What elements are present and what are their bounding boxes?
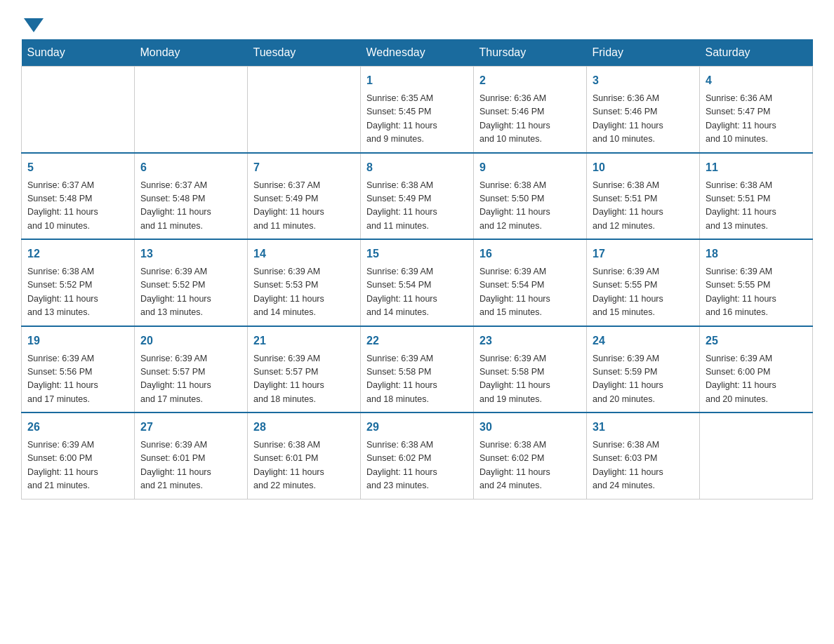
- day-info: Sunrise: 6:36 AMSunset: 5:46 PMDaylight:…: [593, 92, 694, 147]
- day-number: 22: [366, 333, 468, 349]
- calendar-cell: 16Sunrise: 6:39 AMSunset: 5:54 PMDayligh…: [474, 239, 587, 326]
- day-number: 25: [706, 333, 807, 349]
- day-info: Sunrise: 6:38 AMSunset: 5:52 PMDaylight:…: [27, 265, 128, 320]
- day-number: 29: [366, 419, 468, 436]
- day-number: 4: [706, 72, 807, 89]
- calendar-cell: 23Sunrise: 6:39 AMSunset: 5:58 PMDayligh…: [474, 326, 587, 413]
- column-header-friday: Friday: [587, 39, 700, 67]
- day-info: Sunrise: 6:39 AMSunset: 6:01 PMDaylight:…: [140, 438, 241, 493]
- calendar-cell: 1Sunrise: 6:35 AMSunset: 5:45 PMDaylight…: [361, 67, 474, 153]
- calendar-cell: 21Sunrise: 6:39 AMSunset: 5:57 PMDayligh…: [248, 326, 361, 413]
- day-info: Sunrise: 6:38 AMSunset: 6:03 PMDaylight:…: [593, 438, 694, 493]
- day-info: Sunrise: 6:38 AMSunset: 6:02 PMDaylight:…: [366, 438, 468, 493]
- day-number: 20: [140, 333, 241, 349]
- day-number: 7: [253, 159, 355, 176]
- calendar-cell: 26Sunrise: 6:39 AMSunset: 6:00 PMDayligh…: [22, 412, 135, 499]
- day-number: 27: [140, 419, 241, 436]
- calendar-cell: 19Sunrise: 6:39 AMSunset: 5:56 PMDayligh…: [22, 326, 135, 413]
- day-number: 13: [140, 246, 241, 262]
- calendar-cell: 10Sunrise: 6:38 AMSunset: 5:51 PMDayligh…: [587, 153, 700, 240]
- day-number: 17: [593, 246, 694, 262]
- day-number: 8: [366, 159, 468, 176]
- calendar-cell: 2Sunrise: 6:36 AMSunset: 5:46 PMDaylight…: [474, 67, 587, 153]
- column-header-sunday: Sunday: [22, 39, 135, 67]
- calendar-cell: 24Sunrise: 6:39 AMSunset: 5:59 PMDayligh…: [587, 326, 700, 413]
- calendar-cell: 27Sunrise: 6:39 AMSunset: 6:01 PMDayligh…: [135, 412, 248, 499]
- day-info: Sunrise: 6:37 AMSunset: 5:48 PMDaylight:…: [140, 179, 241, 234]
- calendar-cell: 31Sunrise: 6:38 AMSunset: 6:03 PMDayligh…: [587, 412, 700, 499]
- day-number: 15: [366, 246, 468, 262]
- day-info: Sunrise: 6:37 AMSunset: 5:48 PMDaylight:…: [27, 179, 128, 234]
- calendar-table: SundayMondayTuesdayWednesdayThursdayFrid…: [21, 39, 813, 499]
- day-number: 19: [27, 333, 128, 349]
- day-info: Sunrise: 6:39 AMSunset: 5:57 PMDaylight:…: [253, 352, 355, 407]
- day-info: Sunrise: 6:35 AMSunset: 5:45 PMDaylight:…: [366, 92, 468, 147]
- calendar-cell: 28Sunrise: 6:38 AMSunset: 6:01 PMDayligh…: [248, 412, 361, 499]
- calendar-cell: 3Sunrise: 6:36 AMSunset: 5:46 PMDaylight…: [587, 67, 700, 153]
- calendar-cell: 29Sunrise: 6:38 AMSunset: 6:02 PMDayligh…: [361, 412, 474, 499]
- calendar-cell: 7Sunrise: 6:37 AMSunset: 5:49 PMDaylight…: [248, 153, 361, 240]
- day-info: Sunrise: 6:39 AMSunset: 5:55 PMDaylight:…: [706, 265, 807, 320]
- day-number: 18: [706, 246, 807, 262]
- day-info: Sunrise: 6:36 AMSunset: 5:46 PMDaylight:…: [479, 92, 581, 147]
- calendar-cell: 25Sunrise: 6:39 AMSunset: 6:00 PMDayligh…: [700, 326, 813, 413]
- day-info: Sunrise: 6:39 AMSunset: 5:52 PMDaylight:…: [140, 265, 241, 320]
- calendar-cell: 13Sunrise: 6:39 AMSunset: 5:52 PMDayligh…: [135, 239, 248, 326]
- day-number: 23: [479, 333, 581, 349]
- calendar-cell: 30Sunrise: 6:38 AMSunset: 6:02 PMDayligh…: [474, 412, 587, 499]
- page-header: [21, 14, 813, 32]
- day-number: 26: [27, 419, 128, 436]
- calendar-cell: [248, 67, 361, 153]
- calendar-cell: 4Sunrise: 6:36 AMSunset: 5:47 PMDaylight…: [700, 67, 813, 153]
- day-number: 14: [253, 246, 355, 262]
- day-number: 21: [253, 333, 355, 349]
- calendar-cell: [22, 67, 135, 153]
- calendar-cell: 8Sunrise: 6:38 AMSunset: 5:49 PMDaylight…: [361, 153, 474, 240]
- calendar-cell: 15Sunrise: 6:39 AMSunset: 5:54 PMDayligh…: [361, 239, 474, 326]
- calendar-week-row: 12Sunrise: 6:38 AMSunset: 5:52 PMDayligh…: [22, 239, 813, 326]
- calendar-cell: 20Sunrise: 6:39 AMSunset: 5:57 PMDayligh…: [135, 326, 248, 413]
- day-info: Sunrise: 6:39 AMSunset: 5:59 PMDaylight:…: [593, 352, 694, 407]
- day-info: Sunrise: 6:39 AMSunset: 5:53 PMDaylight:…: [253, 265, 355, 320]
- calendar-cell: 14Sunrise: 6:39 AMSunset: 5:53 PMDayligh…: [248, 239, 361, 326]
- day-info: Sunrise: 6:38 AMSunset: 6:01 PMDaylight:…: [253, 438, 355, 493]
- day-number: 24: [593, 333, 694, 349]
- calendar-week-row: 26Sunrise: 6:39 AMSunset: 6:00 PMDayligh…: [22, 412, 813, 499]
- day-number: 1: [366, 72, 468, 89]
- day-info: Sunrise: 6:38 AMSunset: 5:49 PMDaylight:…: [366, 179, 468, 234]
- logo-arrow-icon: [24, 18, 44, 32]
- calendar-week-row: 1Sunrise: 6:35 AMSunset: 5:45 PMDaylight…: [22, 67, 813, 153]
- logo: [21, 14, 44, 32]
- day-info: Sunrise: 6:39 AMSunset: 5:55 PMDaylight:…: [593, 265, 694, 320]
- day-info: Sunrise: 6:39 AMSunset: 5:54 PMDaylight:…: [366, 265, 468, 320]
- day-info: Sunrise: 6:39 AMSunset: 6:00 PMDaylight:…: [706, 352, 807, 407]
- calendar-cell: 12Sunrise: 6:38 AMSunset: 5:52 PMDayligh…: [22, 239, 135, 326]
- day-number: 3: [593, 72, 694, 89]
- day-number: 30: [479, 419, 581, 436]
- day-info: Sunrise: 6:39 AMSunset: 6:00 PMDaylight:…: [27, 438, 128, 493]
- day-number: 10: [593, 159, 694, 176]
- calendar-cell: 9Sunrise: 6:38 AMSunset: 5:50 PMDaylight…: [474, 153, 587, 240]
- day-info: Sunrise: 6:36 AMSunset: 5:47 PMDaylight:…: [706, 92, 807, 147]
- day-number: 28: [253, 419, 355, 436]
- calendar-header-row: SundayMondayTuesdayWednesdayThursdayFrid…: [22, 39, 813, 67]
- calendar-cell: 6Sunrise: 6:37 AMSunset: 5:48 PMDaylight…: [135, 153, 248, 240]
- day-number: 31: [593, 419, 694, 436]
- calendar-cell: [700, 412, 813, 499]
- day-info: Sunrise: 6:38 AMSunset: 5:50 PMDaylight:…: [479, 179, 581, 234]
- calendar-cell: 5Sunrise: 6:37 AMSunset: 5:48 PMDaylight…: [22, 153, 135, 240]
- calendar-cell: 17Sunrise: 6:39 AMSunset: 5:55 PMDayligh…: [587, 239, 700, 326]
- day-number: 16: [479, 246, 581, 262]
- column-header-saturday: Saturday: [700, 39, 813, 67]
- day-info: Sunrise: 6:38 AMSunset: 6:02 PMDaylight:…: [479, 438, 581, 493]
- calendar-cell: 11Sunrise: 6:38 AMSunset: 5:51 PMDayligh…: [700, 153, 813, 240]
- day-number: 6: [140, 159, 241, 176]
- column-header-wednesday: Wednesday: [361, 39, 474, 67]
- calendar-week-row: 5Sunrise: 6:37 AMSunset: 5:48 PMDaylight…: [22, 153, 813, 240]
- day-info: Sunrise: 6:39 AMSunset: 5:58 PMDaylight:…: [479, 352, 581, 407]
- day-info: Sunrise: 6:37 AMSunset: 5:49 PMDaylight:…: [253, 179, 355, 234]
- column-header-thursday: Thursday: [474, 39, 587, 67]
- day-number: 9: [479, 159, 581, 176]
- calendar-cell: 18Sunrise: 6:39 AMSunset: 5:55 PMDayligh…: [700, 239, 813, 326]
- day-info: Sunrise: 6:39 AMSunset: 5:58 PMDaylight:…: [366, 352, 468, 407]
